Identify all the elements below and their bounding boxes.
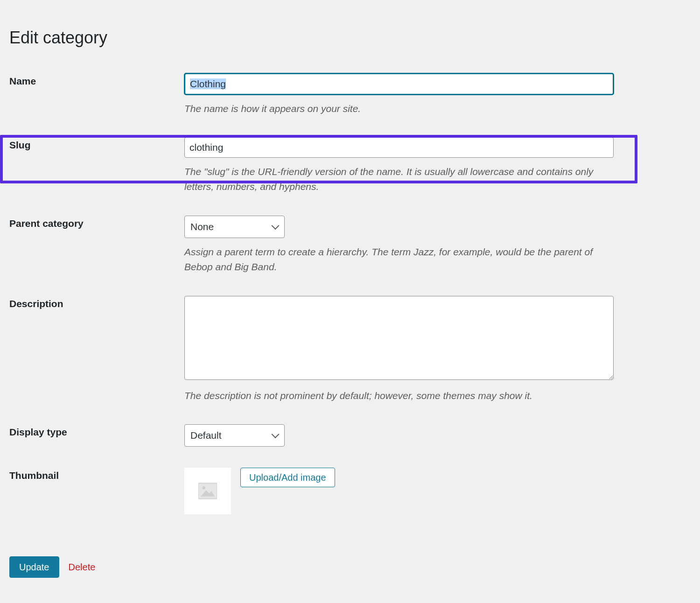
name-input[interactable]	[184, 73, 614, 95]
display-type-select[interactable]: Default	[184, 424, 285, 447]
display-type-label: Display type	[9, 427, 67, 437]
name-help: The name is how it appears on your site.	[184, 101, 604, 117]
parent-label: Parent category	[9, 218, 84, 229]
delete-link[interactable]: Delete	[69, 562, 96, 573]
page-title: Edit category	[9, 0, 691, 66]
slug-label: Slug	[9, 140, 31, 150]
thumbnail-placeholder	[184, 468, 231, 514]
slug-input[interactable]	[184, 137, 614, 158]
name-label: Name	[9, 76, 36, 86]
slug-help: The "slug" is the URL-friendly version o…	[184, 164, 604, 195]
update-button[interactable]: Update	[9, 556, 59, 578]
description-textarea[interactable]	[184, 296, 614, 380]
svg-point-1	[202, 486, 205, 490]
description-help: The description is not prominent by defa…	[184, 388, 604, 404]
upload-image-button[interactable]: Upload/Add image	[240, 468, 335, 487]
description-label: Description	[9, 298, 63, 309]
thumbnail-label: Thumbnail	[9, 470, 59, 481]
parent-select[interactable]: None	[184, 216, 285, 238]
parent-help: Assign a parent term to create a hierarc…	[184, 245, 604, 275]
image-icon	[198, 483, 217, 499]
